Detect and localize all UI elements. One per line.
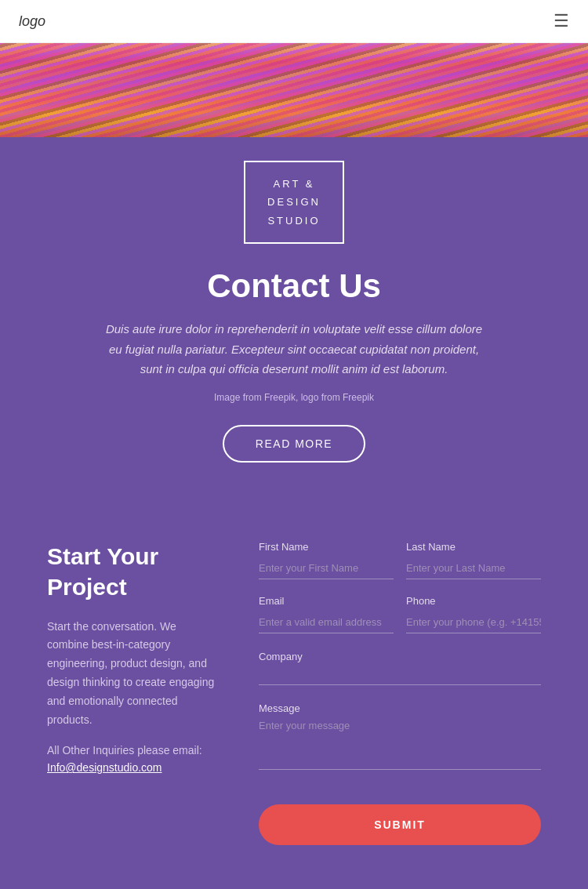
- company-label: Company: [259, 651, 303, 662]
- name-row: First Name Last Name: [259, 541, 541, 579]
- email-input[interactable]: [259, 611, 394, 633]
- project-section: Start Your Project Start the conversatio…: [0, 494, 588, 889]
- project-description: Start the conversation. We combine best-…: [47, 618, 220, 730]
- logo-line1: ART &: [274, 178, 315, 190]
- email-field: Email: [259, 595, 394, 633]
- message-input[interactable]: [259, 715, 541, 770]
- phone-input[interactable]: [406, 611, 541, 633]
- last-name-input[interactable]: [406, 557, 541, 579]
- hero-waves: [0, 43, 588, 137]
- company-input[interactable]: [259, 663, 541, 685]
- contact-us-section: Contact Us Duis aute irure dolor in repr…: [0, 267, 588, 494]
- header: logo ☰: [0, 0, 588, 43]
- project-email[interactable]: Info@designstudio.com: [47, 761, 162, 774]
- first-name-input[interactable]: [259, 557, 394, 579]
- read-more-button[interactable]: READ MORE: [223, 425, 365, 463]
- message-label: Message: [259, 702, 300, 714]
- last-name-label: Last Name: [406, 541, 541, 553]
- logo-line3: STUDIO: [267, 215, 320, 227]
- contact-title: Contact Us: [47, 267, 541, 305]
- purple-section: ART & DESIGN STUDIO Contact Us Duis aute…: [0, 137, 588, 889]
- first-name-field: First Name: [259, 541, 394, 579]
- phone-field: Phone: [406, 595, 541, 633]
- project-form: First Name Last Name Email Phone: [259, 541, 541, 845]
- first-name-label: First Name: [259, 541, 394, 553]
- contact-description: Duis aute irure dolor in reprehenderit i…: [98, 319, 490, 379]
- logo-box-container: ART & DESIGN STUDIO: [0, 137, 588, 267]
- studio-logo-box: ART & DESIGN STUDIO: [244, 161, 344, 244]
- phone-label: Phone: [406, 595, 541, 607]
- message-field: Message: [259, 701, 541, 773]
- last-name-field: Last Name: [406, 541, 541, 579]
- email-label: Email: [259, 595, 394, 607]
- company-field: Company: [259, 649, 541, 685]
- hamburger-icon[interactable]: ☰: [554, 11, 569, 31]
- submit-button[interactable]: SUBMIT: [259, 804, 541, 845]
- project-left: Start Your Project Start the conversatio…: [47, 541, 220, 775]
- logo-line2: DESIGN: [267, 196, 321, 208]
- project-title: Start Your Project: [47, 541, 220, 602]
- email-phone-row: Email Phone: [259, 595, 541, 633]
- image-credit: Image from Freepik, logo from Freepik: [47, 392, 541, 403]
- logo: logo: [19, 13, 45, 30]
- project-inquiry: All Other Inquiries please email:: [47, 742, 220, 760]
- hero-banner: [0, 43, 588, 137]
